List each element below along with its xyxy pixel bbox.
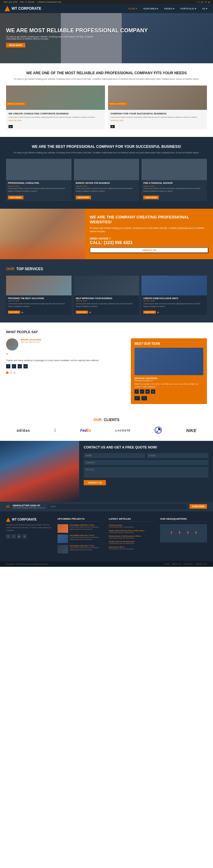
project-img-2	[58, 534, 68, 543]
reviewer-text: Thanks and many variations of passages o…	[6, 359, 126, 362]
email-input[interactable]	[147, 453, 208, 458]
section-contact: CONTACT US AND GET A FREE QUOTE NOW! CON…	[0, 441, 213, 502]
name-input[interactable]	[84, 453, 145, 458]
team-fb[interactable]: f	[134, 390, 139, 394]
linkedin-icon[interactable]: in	[205, 1, 207, 3]
team-header: MEET OUR TEAM	[134, 342, 203, 345]
read-more-2[interactable]: ▶	[111, 125, 115, 128]
cta-body: It's easy to get started creating your w…	[90, 227, 208, 233]
footer-in[interactable]: in	[23, 534, 27, 538]
footer-nav-about[interactable]: ABOUT US	[172, 563, 181, 565]
card-title-dark-3: FIND A FINANCIAL ADVISOR	[143, 182, 205, 184]
youtube-icon[interactable]: yt	[208, 1, 210, 3]
project-img-1	[58, 524, 68, 533]
contact-submit-button[interactable]: CONTACT US	[84, 480, 106, 485]
newsletter-subscribe-button[interactable]: SUBSCRIBE	[189, 504, 207, 509]
reviewer-yt[interactable]: yt	[24, 364, 28, 368]
phone1: +001 (21) 1234	[3, 1, 18, 3]
footer-grid: WT CORPORATE It's easy to get started cr…	[6, 518, 207, 555]
our-label: OUR	[6, 267, 14, 271]
reviewer-info: BROIN JACKSON Title role, Title Remarks	[21, 338, 41, 343]
service-img-3	[142, 276, 207, 296]
footer-article-3: Businessman Chief Executive Officer Lore…	[109, 535, 156, 539]
read-more-dark-3[interactable]: Read more	[143, 196, 159, 199]
read-more-dark-2[interactable]: Read more	[76, 196, 91, 199]
subject-input[interactable]	[84, 460, 208, 465]
service-arrow-2: ▶	[89, 311, 91, 314]
project-text-2: Lorem ipsum dolor sit amet consectetur a…	[70, 536, 104, 540]
team-prev-button[interactable]: ‹	[134, 396, 140, 400]
service-body-2: HELP IMPROVING YOUR BUSINESS April 06, 2…	[74, 296, 140, 309]
card-title-1: WE CREATE CONSULTING CORPORATE BUSINESS	[8, 112, 102, 115]
footer-projects-col: UPCOMING PROJECTS UPCOMING PROJECT TITLE…	[58, 518, 104, 555]
testimonial-title: WHAT PEOPLE SAY	[6, 330, 207, 334]
card-text-dark-3: Lorem ipsum dolor sit amet consectetur a…	[143, 187, 205, 192]
service-text-2: Lorem ipsum dolor sit amet consectetur a…	[76, 302, 138, 308]
service-btn-2[interactable]: READ MORE	[76, 311, 88, 314]
read-more-1[interactable]: ▶	[8, 125, 13, 128]
nav-pages[interactable]: PAGES ▾	[163, 7, 175, 11]
team-in[interactable]: in	[146, 390, 150, 394]
team-member-img	[134, 348, 203, 375]
cta-right-content: WE ARE THE COMPANY CREATING PROFESSIONAL…	[85, 209, 213, 259]
card-category-2: Industry, Commerce	[108, 102, 127, 105]
footer-nav-home[interactable]: HOME	[164, 563, 170, 565]
card-date-1: APRIL 06, 2020	[8, 120, 102, 121]
service-btn-3[interactable]: READ MORE	[143, 311, 155, 314]
card-body-1: WE CREATE CONSULTING CORPORATE BUSINESS …	[6, 110, 105, 124]
service-arrow-3: ▶	[157, 311, 159, 314]
footer-nav-contact[interactable]: CONTACT US	[195, 563, 207, 565]
service-date-2: April 06, 2020	[76, 300, 138, 302]
nav-k2[interactable]: K2 ▾	[201, 7, 208, 11]
contact-left-image	[0, 441, 79, 502]
card-title-dark-1: PROFESSIONAL CONSULTING	[8, 182, 70, 184]
footer-nav-services[interactable]: SERVICES	[183, 563, 193, 565]
dot-3[interactable]	[13, 371, 16, 374]
team-nav: ‹ ›	[134, 396, 203, 400]
client-apple: 	[54, 428, 56, 433]
footer-gp[interactable]: g+	[17, 534, 21, 538]
card-img-consulting	[6, 86, 105, 110]
hero-subtitle: It's easy to get started creating your w…	[6, 36, 97, 40]
map-pins: 📍 📍 📍 📍	[170, 531, 198, 535]
form-row-2	[84, 460, 208, 465]
team-gp[interactable]: g	[151, 390, 155, 394]
read-more-dark-1[interactable]: Read more	[8, 196, 24, 199]
reviewer-fb[interactable]: f	[6, 364, 10, 368]
newsletter-icon: ✉	[6, 504, 10, 509]
testimonial-dots	[6, 371, 126, 374]
nav-features[interactable]: FEATURES ▾	[142, 7, 159, 11]
cta-contact-button[interactable]: CONTACT US	[90, 247, 208, 253]
footer-fb[interactable]: f	[6, 534, 10, 538]
card-date-2: APRIL 06, 2020	[111, 120, 205, 121]
dot-2[interactable]	[10, 371, 12, 374]
card-title-dark-2: MARKET ADVICE FOR BUSINESS	[76, 182, 138, 184]
client-adidas: adidas	[17, 428, 30, 433]
contact-form-panel: CONTACT US AND GET A FREE QUOTE NOW! CON…	[79, 441, 213, 502]
team-social: f t in g	[134, 390, 203, 394]
reviewer-tw[interactable]: t	[12, 364, 16, 368]
services-grid: PROVIDING THE BEST SOLUTIONS April 06, 2…	[6, 276, 207, 315]
section-best: WE ARE THE BEST PROFESSIONAL COMPANY FOR…	[0, 137, 213, 209]
hero-cta-button[interactable]: READ MORE	[6, 43, 25, 48]
message-textarea[interactable]	[84, 467, 208, 478]
services-label: TOP SERVICES	[16, 267, 43, 271]
nav-portfolio[interactable]: PORTFOLIO ▾	[179, 7, 197, 11]
quote-mark: "	[6, 353, 126, 358]
nav-home[interactable]: HOME ▾	[127, 7, 139, 11]
dot-1[interactable]	[6, 371, 8, 374]
service-title-3: CREATE SOME EXCLUSIVE WAYS	[143, 297, 205, 299]
service-2: HELP IMPROVING YOUR BUSINESS April 06, 2…	[74, 276, 140, 315]
contact-title: CONTACT US AND GET A FREE QUOTE NOW!	[84, 445, 208, 450]
team-tw[interactable]: t	[140, 390, 144, 394]
fb-icon[interactable]: f	[197, 1, 197, 3]
service-body-3: CREATE SOME EXCLUSIVE WAYS April 06, 202…	[142, 296, 207, 309]
team-next-button[interactable]: ›	[142, 396, 147, 400]
twitter-icon[interactable]: t	[199, 1, 200, 3]
newsletter-input[interactable]	[48, 504, 186, 509]
reviewer-gp[interactable]: g	[18, 364, 22, 368]
service-btn-1[interactable]: READ MORE	[8, 311, 20, 314]
logo-icon	[5, 6, 10, 11]
footer-tw[interactable]: t	[11, 534, 16, 538]
gplus-icon[interactable]: g+	[201, 1, 204, 3]
